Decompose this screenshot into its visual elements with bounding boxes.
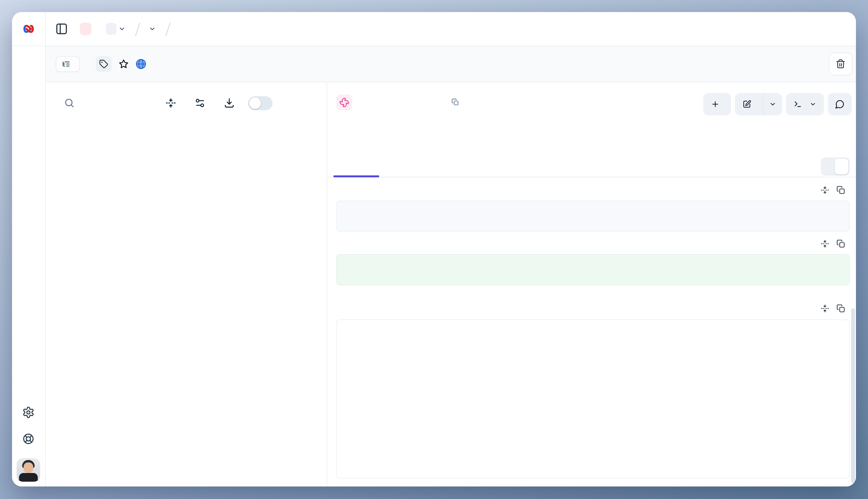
plus-icon xyxy=(711,100,720,109)
output-section-tools xyxy=(820,239,845,248)
delete-trace-button[interactable] xyxy=(829,53,852,75)
gear-icon xyxy=(22,406,35,419)
metadata-section-tools xyxy=(820,304,845,313)
format-toggle-json[interactable] xyxy=(835,159,848,174)
fold-vertical-icon[interactable] xyxy=(820,185,830,195)
active-tab-indicator xyxy=(333,175,379,177)
format-toggle xyxy=(821,157,850,175)
annotate-button-group xyxy=(735,93,782,115)
comment-bubble-icon xyxy=(835,99,845,109)
annotate-button[interactable] xyxy=(735,93,763,115)
top-header xyxy=(46,12,856,46)
input-section-tools xyxy=(820,185,845,195)
app-window xyxy=(12,12,856,486)
metadata-json-box xyxy=(336,319,850,478)
sidebar-rail xyxy=(12,12,46,486)
org-type-badge xyxy=(106,23,117,35)
annotate-dropdown-button[interactable] xyxy=(763,93,782,115)
preview-content xyxy=(327,177,856,486)
detail-tabs xyxy=(327,156,856,177)
copy-icon[interactable] xyxy=(836,239,845,248)
trace-tree-panel xyxy=(46,82,327,486)
copy-id-button[interactable] xyxy=(451,98,462,106)
breadcrumb-divider xyxy=(132,22,140,36)
app-logo[interactable] xyxy=(12,12,45,46)
project-dropdown-chevron-icon[interactable] xyxy=(149,25,156,33)
metadata-json-viewer xyxy=(337,320,849,330)
chevron-down-icon xyxy=(769,100,777,108)
sidebar-item-settings[interactable] xyxy=(18,402,39,423)
terminal-icon xyxy=(794,100,802,108)
environment-badge xyxy=(80,23,91,35)
action-buttons xyxy=(703,93,852,115)
org-dropdown-chevron-icon[interactable] xyxy=(118,25,125,33)
output-value-box xyxy=(336,254,850,285)
generation-type-badge xyxy=(336,95,352,110)
copy-icon[interactable] xyxy=(836,304,845,313)
public-share-button[interactable] xyxy=(134,57,148,71)
trash-icon xyxy=(835,59,846,69)
comments-button[interactable] xyxy=(828,93,852,115)
detail-scrollbar[interactable] xyxy=(851,308,855,483)
lifebuoy-icon xyxy=(22,433,35,445)
fan-generation-icon xyxy=(339,97,349,108)
square-pen-icon xyxy=(743,100,751,109)
breadcrumb-divider xyxy=(162,22,170,36)
tag-icon xyxy=(99,59,108,69)
observation-tree xyxy=(46,82,327,486)
bookmark-star-button[interactable] xyxy=(117,57,131,71)
playground-button[interactable] xyxy=(786,93,824,115)
fold-vertical-icon[interactable] xyxy=(820,239,830,248)
star-icon xyxy=(118,59,129,69)
fold-vertical-icon[interactable] xyxy=(820,304,830,313)
panel-left-icon xyxy=(55,22,68,36)
copy-icon xyxy=(451,98,459,106)
langfuse-knot-logo-icon xyxy=(22,22,36,36)
tags-button[interactable] xyxy=(96,56,112,72)
trace-type-badge xyxy=(56,56,80,72)
copy-icon[interactable] xyxy=(836,185,845,195)
sidebar-toggle-button[interactable] xyxy=(55,22,68,36)
observation-detail-panel xyxy=(327,82,856,486)
chevron-down-icon xyxy=(809,101,816,108)
globe-icon xyxy=(135,59,147,70)
list-tree-icon xyxy=(62,60,70,68)
add-to-datasets-button[interactable] xyxy=(703,93,731,115)
trace-title-bar xyxy=(46,46,856,82)
input-value-box xyxy=(336,200,850,231)
user-avatar[interactable] xyxy=(16,458,40,482)
sidebar-item-support[interactable] xyxy=(18,428,39,449)
